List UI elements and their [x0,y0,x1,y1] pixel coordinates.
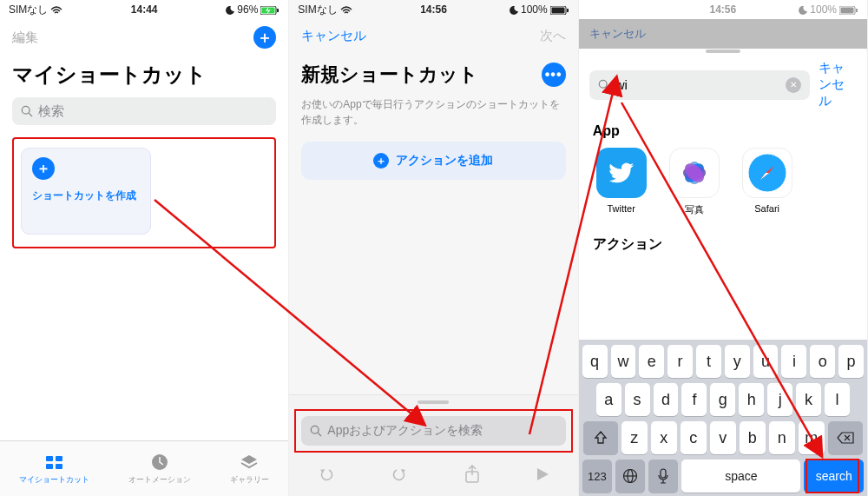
edit-button[interactable]: 編集 [12,30,38,46]
svg-rect-18 [856,9,858,12]
more-button[interactable]: ••• [542,63,566,87]
drawer-handle[interactable] [418,400,449,404]
moon-icon [799,3,807,16]
tab-bar: マイショートカット オートメーション ギャラリー [0,440,288,496]
key-d[interactable]: d [654,383,679,416]
undo-icon[interactable] [317,465,336,488]
svg-rect-8 [56,464,62,469]
section-header-action: アクション [579,230,867,262]
svg-rect-34 [661,469,666,478]
moon-icon [510,3,518,16]
cancel-bg: キャンセル [589,26,646,42]
search-field[interactable]: 検索 [12,97,276,125]
key-u[interactable]: u [753,345,779,378]
create-shortcut-card[interactable]: ＋ ショートカットを作成 [21,148,151,235]
app-label: Twitter [607,203,635,214]
status-bar: 14:56 100% [579,0,867,19]
keyboard-row-1: q w e r t y u i o p [582,345,864,378]
wifi-icon [340,3,352,16]
key-s[interactable]: s [625,383,650,416]
key-m[interactable]: m [799,421,825,454]
key-l[interactable]: l [825,383,850,416]
keyboard: q w e r t y u i o p a s d f g h j k l [579,340,867,496]
key-b[interactable]: b [740,421,766,454]
battery-label: 96% [237,3,258,16]
key-o[interactable]: o [810,345,835,378]
sheet-handle[interactable] [706,50,740,53]
key-z[interactable]: z [621,421,648,454]
svg-point-3 [22,106,30,114]
key-r[interactable]: r [667,345,693,378]
key-y[interactable]: y [725,345,750,378]
search-input[interactable] [615,77,780,92]
search-sheet: ✕ キャンセル App Twitter [579,43,867,496]
key-search[interactable]: search [804,460,864,493]
clock-label: 14:56 [420,3,447,16]
tab-label: オートメーション [128,474,191,486]
key-a[interactable]: a [596,383,621,416]
key-x[interactable]: x [651,421,677,454]
battery-icon [260,3,279,16]
key-123[interactable]: 123 [582,460,612,493]
shift-icon [594,431,608,445]
key-emoji[interactable] [615,460,645,493]
nav-bar: キャンセル 次へ [289,19,577,53]
key-shift[interactable] [583,421,618,454]
svg-rect-17 [840,7,853,13]
clear-search-button[interactable]: ✕ [786,77,801,93]
svg-rect-12 [567,9,569,12]
nav-bar: 編集 ＋ [0,19,288,56]
clock-label: 14:44 [131,3,158,16]
key-f[interactable]: f [681,383,707,416]
search-icon [21,105,33,117]
create-shortcut-label: ショートカットを作成 [32,188,140,203]
key-j[interactable]: j [767,383,792,416]
key-c[interactable]: c [681,421,707,454]
key-backspace[interactable] [828,421,863,454]
action-search-field[interactable]: Appおよびアクションを検索 [301,416,565,446]
cancel-button[interactable]: キャンセル [301,28,366,44]
app-result-twitter[interactable]: Twitter [596,148,647,216]
cancel-button[interactable]: キャンセル [819,60,857,109]
svg-rect-5 [46,456,53,461]
key-e[interactable]: e [639,345,664,378]
key-i[interactable]: i [781,345,806,378]
app-results-row: Twitter [579,148,867,230]
key-space[interactable]: space [681,460,800,493]
key-mic[interactable] [648,460,678,493]
key-t[interactable]: t [696,345,721,378]
app-result-photos[interactable]: 写真 [669,148,720,216]
plus-icon: ＋ [373,153,389,169]
description-text: お使いのAppで毎日行うアクションのショートカットを作成します。 [289,96,577,128]
tab-gallery[interactable]: ギャラリー [230,452,269,486]
search-input-wrap[interactable]: ✕ [589,70,810,100]
key-n[interactable]: n [769,421,795,454]
tab-automation[interactable]: オートメーション [128,452,191,486]
key-g[interactable]: g [710,383,735,416]
page-title: 新規ショートカット [301,62,478,88]
svg-line-20 [606,87,609,90]
share-icon[interactable] [464,465,481,488]
layers-icon [239,452,260,473]
key-p[interactable]: p [838,345,864,378]
section-header-app: App [579,118,867,148]
key-k[interactable]: k [796,383,821,416]
redo-icon[interactable] [390,465,409,488]
svg-point-13 [312,426,319,433]
key-w[interactable]: w [611,345,636,378]
play-icon[interactable] [535,466,550,486]
keyboard-row-4: 123 space search [582,460,864,493]
next-button[interactable]: 次へ [540,28,566,44]
key-h[interactable]: h [739,383,764,416]
key-q[interactable]: q [582,345,608,378]
add-action-label: アクションを追加 [396,153,493,169]
keyboard-row-3: z x c v b n m [582,421,864,454]
app-result-safari[interactable]: Safari [742,148,792,216]
panel-new-shortcut: SIMなし 14:56 100% キャンセル 次へ 新規ショートカット ••• … [289,0,578,496]
add-shortcut-button[interactable]: ＋ [253,26,276,49]
add-action-button[interactable]: ＋ アクションを追加 [301,142,565,180]
key-v[interactable]: v [710,421,736,454]
tab-my-shortcuts[interactable]: マイショートカット [19,452,89,486]
svg-point-19 [599,80,607,88]
svg-line-14 [319,433,322,436]
